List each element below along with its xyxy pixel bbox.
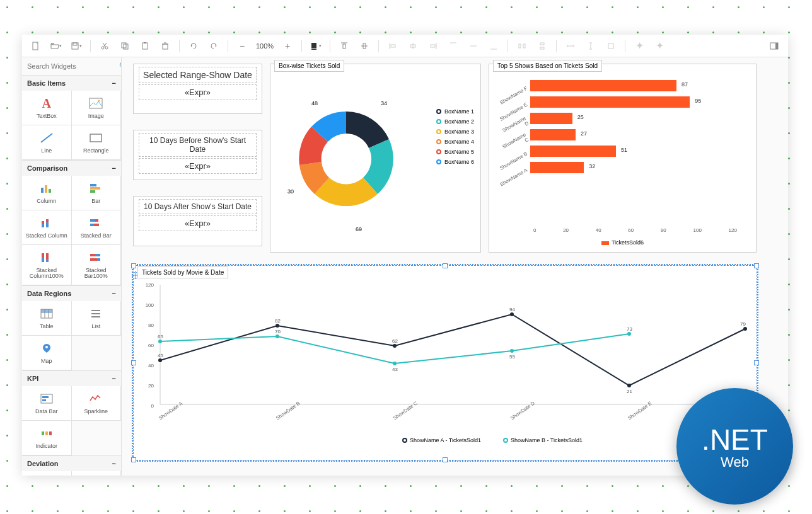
svg-text:79: 79: [740, 321, 746, 327]
svg-text:40: 40: [148, 363, 154, 368]
chart-title: Box-wise Tickets Sold: [274, 60, 344, 72]
svg-rect-16: [431, 45, 435, 47]
paste-button[interactable]: [136, 37, 154, 55]
widget-textbox[interactable]: ATextBox: [22, 91, 72, 125]
section-kpi[interactable]: KPI−: [22, 371, 121, 386]
align-vtop-button[interactable]: [444, 37, 462, 55]
widget-stacked-bar[interactable]: Stacked Bar: [72, 210, 122, 245]
svg-rect-34: [42, 221, 44, 224]
svg-text:62: 62: [392, 338, 398, 344]
widget-rectangle[interactable]: Rectangle: [72, 125, 122, 160]
widget-range[interactable]: [72, 471, 122, 476]
align-middle-button[interactable]: [356, 37, 373, 55]
svg-point-83: [393, 362, 397, 365]
search-input[interactable]: [25, 60, 117, 72]
svg-rect-19: [540, 43, 544, 45]
align-vmid-button[interactable]: [465, 37, 482, 55]
svg-text:43: 43: [392, 367, 398, 372]
section-deviation[interactable]: Deviation−: [22, 456, 121, 471]
hbar-plot: ShowName F87ShowName E95ShowName D25Show…: [496, 80, 750, 178]
search-icon[interactable]: 🔍: [117, 62, 122, 71]
center-h-button[interactable]: ✦: [630, 37, 648, 55]
widget-stacked-column-100[interactable]: Stacked Column100%: [22, 245, 72, 286]
badge-subtitle: Web: [721, 454, 749, 471]
save-button[interactable]: ▾: [67, 37, 85, 55]
align-top-button[interactable]: [335, 37, 353, 55]
textbox-after[interactable]: 10 Days After Show's Start Date «Expr»: [133, 196, 262, 246]
zoom-out-button[interactable]: −: [233, 37, 251, 55]
svg-text:80: 80: [148, 323, 154, 328]
svg-point-25: [98, 100, 100, 102]
svg-point-81: [158, 340, 162, 343]
stacked-column-icon: [39, 215, 54, 231]
size-both-button[interactable]: [602, 37, 620, 55]
widget-bar[interactable]: Bar: [72, 176, 122, 210]
svg-rect-30: [90, 184, 96, 186]
chart-donut[interactable]: Box-wise Tickets Sold 48 34 69 30: [270, 64, 481, 253]
collapse-icon: −: [112, 375, 116, 382]
textbox-icon: A: [39, 96, 54, 111]
align-vbot-button[interactable]: [485, 37, 502, 55]
section-basic-items[interactable]: Basic Items−: [22, 76, 121, 91]
svg-rect-24: [90, 98, 102, 108]
delete-button[interactable]: [156, 37, 174, 55]
stacked-column-100-icon: [39, 250, 54, 265]
panel-toggle-button[interactable]: [765, 37, 783, 55]
svg-point-80: [743, 327, 747, 331]
widget-databar[interactable]: Data Bar: [22, 386, 72, 421]
section-data-regions[interactable]: Data Regions−: [22, 286, 121, 301]
svg-rect-17: [519, 44, 521, 48]
cut-button[interactable]: [96, 37, 113, 55]
widget-table[interactable]: Table: [22, 301, 72, 336]
zoom-level: 100%: [253, 42, 276, 50]
svg-point-76: [276, 324, 279, 328]
widget-sidebar: 🔍 Basic Items− ATextBox Image Line Recta…: [22, 57, 122, 476]
svg-rect-35: [46, 222, 49, 227]
widget-map[interactable]: Map: [22, 336, 72, 370]
align-center-button[interactable]: [404, 37, 422, 55]
size-v-button[interactable]: [582, 37, 600, 55]
widget-sparkline[interactable]: Sparkline: [72, 386, 122, 421]
widget-stacked-bar-100[interactable]: Stacked Bar100%: [72, 245, 122, 286]
fill-color-button[interactable]: ▾: [307, 37, 325, 55]
chart-hbar[interactable]: Top 5 Shows Based on Tickets Sold ShowNa…: [489, 64, 757, 253]
undo-button[interactable]: [185, 37, 202, 55]
svg-rect-33: [42, 224, 44, 227]
svg-rect-52: [41, 394, 52, 403]
svg-text:21: 21: [627, 389, 632, 394]
svg-text:100: 100: [146, 302, 154, 308]
chart-line[interactable]: Tickets Sold by Movie & Date 12010080604…: [133, 265, 757, 460]
svg-rect-11: [311, 49, 316, 50]
widget-stacked-column[interactable]: Stacked Column: [22, 210, 72, 245]
textbox-range[interactable]: Selected Range-Show Date «Expr»: [133, 64, 262, 114]
svg-text:82: 82: [275, 318, 281, 324]
widget-list[interactable]: List: [72, 301, 122, 336]
redo-button[interactable]: [205, 37, 223, 55]
chart-title: Tickets Sold by Movie & Date: [137, 266, 228, 278]
svg-text:73: 73: [627, 326, 632, 332]
svg-point-77: [393, 344, 397, 348]
center-v-button[interactable]: ✦: [651, 37, 668, 55]
designer-window: ▾ ▾ − 100% + ▾ ✦ ✦: [22, 35, 788, 476]
align-left-button[interactable]: [384, 37, 402, 55]
svg-point-78: [510, 312, 514, 316]
dist-v-button[interactable]: [533, 37, 551, 55]
svg-rect-8: [144, 42, 146, 43]
section-comparison[interactable]: Comparison−: [22, 161, 121, 176]
align-right-button[interactable]: [424, 37, 442, 55]
open-button[interactable]: ▾: [47, 37, 65, 55]
widget-column[interactable]: Column: [22, 176, 72, 210]
svg-text:55: 55: [509, 354, 515, 360]
textbox-before[interactable]: 10 Days Before Show's Start Date «Expr»: [133, 130, 262, 180]
widget-image[interactable]: Image: [72, 91, 122, 125]
size-h-button[interactable]: [562, 37, 579, 55]
new-file-button[interactable]: [27, 37, 45, 55]
dist-h-button[interactable]: [513, 37, 531, 55]
copy-button[interactable]: [116, 37, 134, 55]
chart-title: Top 5 Shows Based on Tickets Sold: [493, 60, 602, 72]
widget-indicator[interactable]: Indicator: [22, 421, 72, 455]
text-expr: «Expr»: [139, 158, 257, 174]
zoom-in-button[interactable]: +: [279, 37, 296, 55]
widget-gauge[interactable]: [22, 471, 72, 476]
widget-line[interactable]: Line: [22, 125, 72, 160]
